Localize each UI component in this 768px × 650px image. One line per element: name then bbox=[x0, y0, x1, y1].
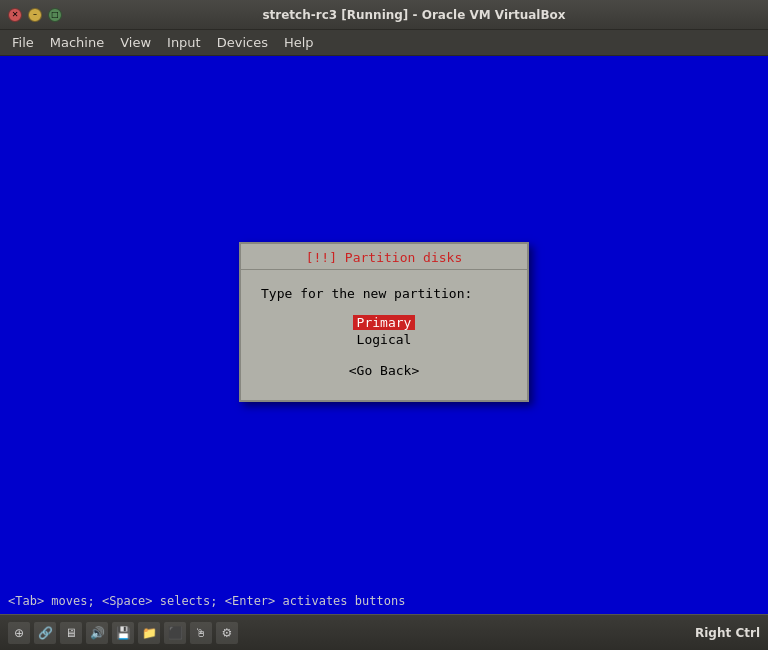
close-button[interactable]: ✕ bbox=[8, 8, 22, 22]
titlebar: ✕ – □ stretch-rc3 [Running] - Oracle VM … bbox=[0, 0, 768, 30]
menu-devices[interactable]: Devices bbox=[209, 33, 276, 52]
statusbar: <Tab> moves; <Space> selects; <Enter> ac… bbox=[0, 588, 768, 614]
statusbar-text: <Tab> moves; <Space> selects; <Enter> ac… bbox=[8, 594, 405, 608]
display-icon[interactable]: 🖥 bbox=[60, 622, 82, 644]
go-back-button[interactable]: <Go Back> bbox=[349, 363, 419, 378]
window-title: stretch-rc3 [Running] - Oracle VM Virtua… bbox=[68, 8, 760, 22]
taskbar: ⊕ 🔗 🖥 🔊 💾 📁 ⬛ 🖱 ⚙ Right Ctrl bbox=[0, 614, 768, 650]
menu-file[interactable]: File bbox=[4, 33, 42, 52]
dialog-title: [!!] Partition disks bbox=[241, 244, 527, 270]
partition-dialog: [!!] Partition disks Type for the new pa… bbox=[239, 242, 529, 402]
taskbar-icons: ⊕ 🔗 🖥 🔊 💾 📁 ⬛ 🖱 ⚙ bbox=[8, 622, 238, 644]
option-primary[interactable]: Primary bbox=[353, 315, 416, 330]
screen2-icon[interactable]: ⬛ bbox=[164, 622, 186, 644]
right-ctrl-label: Right Ctrl bbox=[695, 626, 760, 640]
vm-screen: [!!] Partition disks Type for the new pa… bbox=[0, 56, 768, 588]
network-icon[interactable]: 🔗 bbox=[34, 622, 56, 644]
usb-icon[interactable]: ⊕ bbox=[8, 622, 30, 644]
dialog-options: Primary Logical bbox=[261, 315, 507, 347]
option-logical[interactable]: Logical bbox=[353, 332, 416, 347]
menu-view[interactable]: View bbox=[112, 33, 159, 52]
dialog-body: Type for the new partition: Primary Logi… bbox=[241, 270, 527, 400]
dialog-footer: <Go Back> bbox=[261, 363, 507, 388]
menubar: File Machine View Input Devices Help bbox=[0, 30, 768, 56]
minimize-button[interactable]: – bbox=[28, 8, 42, 22]
share-icon[interactable]: 📁 bbox=[138, 622, 160, 644]
menu-machine[interactable]: Machine bbox=[42, 33, 112, 52]
settings-icon[interactable]: ⚙ bbox=[216, 622, 238, 644]
mouse-icon[interactable]: 🖱 bbox=[190, 622, 212, 644]
menu-help[interactable]: Help bbox=[276, 33, 322, 52]
menu-input[interactable]: Input bbox=[159, 33, 209, 52]
maximize-button[interactable]: □ bbox=[48, 8, 62, 22]
audio-icon[interactable]: 🔊 bbox=[86, 622, 108, 644]
dialog-prompt: Type for the new partition: bbox=[261, 286, 507, 301]
storage-icon[interactable]: 💾 bbox=[112, 622, 134, 644]
